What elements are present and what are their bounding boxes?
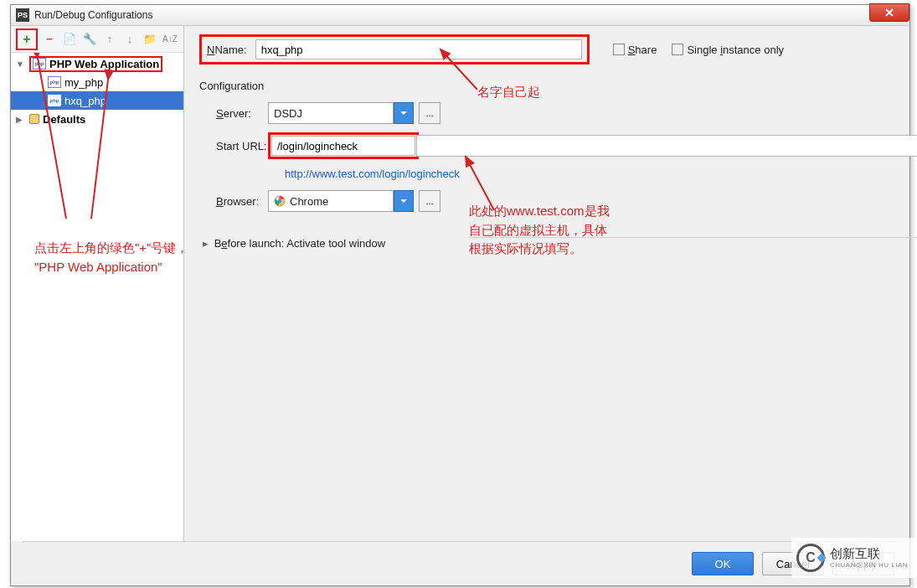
folder-button[interactable]: 📁 xyxy=(142,31,158,48)
chevron-down-icon: ▼ xyxy=(16,59,26,69)
server-label: Server: xyxy=(199,107,268,120)
single-instance-checkbox[interactable]: Single instance only xyxy=(672,44,784,56)
watermark: C 创新互联 CHUANG XIN HU LIAN xyxy=(791,538,917,578)
tree-defaults-label: Defaults xyxy=(43,113,85,126)
remove-config-button[interactable]: − xyxy=(41,31,58,48)
config-toolbar: + − 📄 🔧 ↑ ↓ 📁 A↓Z xyxy=(11,26,183,53)
name-label: NName: xyxy=(207,44,247,56)
tree-root-php-web[interactable]: ▼ php PHP Web Application xyxy=(11,54,183,73)
tree-root-label: PHP Web Application xyxy=(49,58,159,70)
browser-value: Chrome xyxy=(290,195,328,208)
settings-button[interactable]: 🔧 xyxy=(81,31,98,48)
copy-config-button[interactable]: 📄 xyxy=(61,31,78,48)
tree-item-label: hxq_php xyxy=(64,95,106,107)
resolved-url-link[interactable]: http://www.test.com/login/logincheck xyxy=(285,168,917,180)
server-browse-button[interactable]: ... xyxy=(419,102,440,124)
name-input[interactable] xyxy=(255,39,582,59)
close-button[interactable] xyxy=(869,3,909,22)
window-title: Run/Debug Configurations xyxy=(34,9,152,21)
tree-item-my-php[interactable]: php my_php xyxy=(11,73,183,91)
share-checkbox[interactable]: Share xyxy=(613,44,657,56)
annotation-left: 点击左上角的绿色"+"号键，新建一个 "PHP Web Application" xyxy=(34,239,183,276)
browser-label: Browser: xyxy=(199,195,268,208)
start-url-label: Start URL: xyxy=(199,140,268,152)
start-url-input[interactable] xyxy=(271,136,415,156)
config-section-title: Configuration xyxy=(199,80,917,92)
config-tree[interactable]: ▼ php PHP Web Application php my_php php… xyxy=(11,53,183,541)
watermark-logo-icon: C xyxy=(796,544,825,572)
browser-browse-button[interactable]: ... xyxy=(419,190,440,212)
sort-button[interactable]: A↓Z xyxy=(162,31,178,48)
move-up-button[interactable]: ↑ xyxy=(101,31,118,48)
browser-select[interactable]: Chrome xyxy=(268,190,414,212)
dropdown-arrow-icon[interactable] xyxy=(394,190,414,212)
chevron-right-icon: ▶ xyxy=(16,115,26,124)
dropdown-arrow-icon[interactable] xyxy=(394,102,414,124)
titlebar: PS Run/Debug Configurations xyxy=(11,5,909,26)
dialog-window: PS Run/Debug Configurations + − 📄 🔧 ↑ ↓ … xyxy=(10,4,910,586)
php-icon: php xyxy=(33,58,46,70)
php-icon: php xyxy=(48,95,61,106)
tree-defaults[interactable]: ▶ Defaults xyxy=(11,110,183,128)
watermark-text: 创新互联 xyxy=(830,547,908,561)
before-launch-section[interactable]: ▸ Before launch: Activate tool window xyxy=(199,237,917,250)
php-icon: php xyxy=(48,76,61,88)
chrome-icon xyxy=(274,195,286,207)
start-url-extra[interactable] xyxy=(416,135,917,157)
right-panel: NName: Share Single instance only Config… xyxy=(184,26,917,541)
left-panel: + − 📄 🔧 ↑ ↓ 📁 A↓Z ▼ php PHP Web Applicat… xyxy=(11,26,184,541)
watermark-sub: CHUANG XIN HU LIAN xyxy=(830,561,908,569)
tree-item-hxq-php[interactable]: php hxq_php xyxy=(11,91,183,110)
ok-button[interactable]: OK xyxy=(692,552,754,575)
server-value: DSDJ xyxy=(274,107,302,120)
server-select[interactable]: DSDJ xyxy=(268,102,414,124)
app-icon: PS xyxy=(16,8,29,22)
defaults-icon xyxy=(29,114,39,124)
add-config-button[interactable]: + xyxy=(18,31,35,48)
move-down-button[interactable]: ↓ xyxy=(121,31,138,48)
tree-item-label: my_php xyxy=(64,76,103,89)
expand-icon[interactable]: ▸ xyxy=(199,237,211,250)
